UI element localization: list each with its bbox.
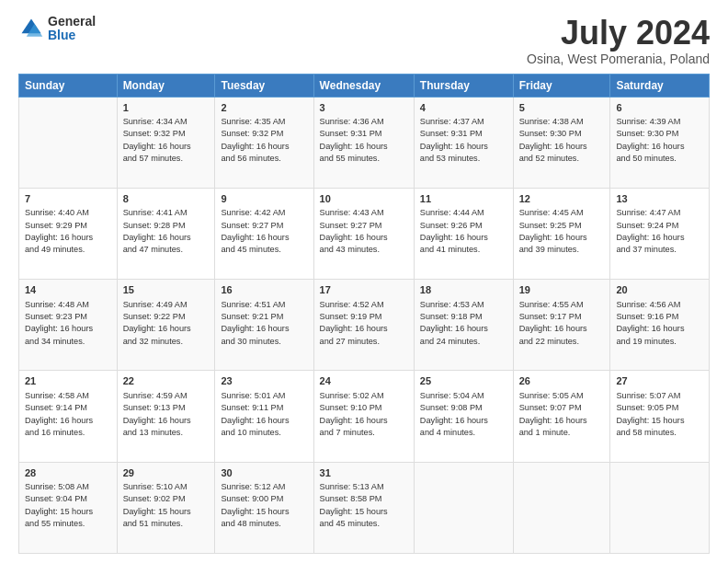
day-info: Sunrise: 4:56 AM Sunset: 9:16 PM Dayligh…	[616, 299, 703, 348]
table-row: 22Sunrise: 4:59 AM Sunset: 9:13 PM Dayli…	[117, 371, 215, 462]
table-row: 11Sunrise: 4:44 AM Sunset: 9:26 PM Dayli…	[414, 188, 513, 279]
table-row: 19Sunrise: 4:55 AM Sunset: 9:17 PM Dayli…	[513, 280, 610, 371]
day-info: Sunrise: 4:34 AM Sunset: 9:32 PM Dayligh…	[123, 116, 210, 165]
day-number: 9	[221, 192, 307, 206]
main-title: July 2024	[527, 15, 710, 52]
day-number: 20	[616, 283, 703, 297]
col-wednesday: Wednesday	[313, 74, 414, 97]
calendar-week-row: 14Sunrise: 4:48 AM Sunset: 9:23 PM Dayli…	[19, 280, 710, 371]
table-row: 12Sunrise: 4:45 AM Sunset: 9:25 PM Dayli…	[513, 188, 610, 279]
table-row: 26Sunrise: 5:05 AM Sunset: 9:07 PM Dayli…	[513, 371, 610, 462]
day-number: 7	[25, 192, 111, 206]
table-row: 29Sunrise: 5:10 AM Sunset: 9:02 PM Dayli…	[117, 462, 215, 553]
title-block: July 2024 Osina, West Pomerania, Poland	[527, 15, 710, 66]
day-info: Sunrise: 5:05 AM Sunset: 9:07 PM Dayligh…	[519, 390, 605, 439]
day-number: 28	[25, 466, 111, 480]
logo-blue: Blue	[48, 29, 96, 42]
day-number: 11	[420, 192, 507, 206]
col-tuesday: Tuesday	[215, 74, 313, 97]
day-number: 22	[123, 374, 210, 388]
day-info: Sunrise: 4:58 AM Sunset: 9:14 PM Dayligh…	[25, 390, 111, 439]
day-number: 24	[320, 374, 408, 388]
col-thursday: Thursday	[414, 74, 513, 97]
day-number: 3	[320, 101, 408, 115]
col-monday: Monday	[117, 74, 215, 97]
day-number: 18	[420, 283, 507, 297]
day-info: Sunrise: 4:48 AM Sunset: 9:23 PM Dayligh…	[25, 299, 111, 348]
calendar-week-row: 7Sunrise: 4:40 AM Sunset: 9:29 PM Daylig…	[19, 188, 710, 279]
day-number: 31	[320, 466, 408, 480]
day-number: 17	[320, 283, 408, 297]
day-number: 2	[221, 101, 307, 115]
table-row: 30Sunrise: 5:12 AM Sunset: 9:00 PM Dayli…	[215, 462, 313, 553]
day-number: 19	[519, 283, 605, 297]
day-number: 27	[616, 374, 703, 388]
day-info: Sunrise: 5:12 AM Sunset: 9:00 PM Dayligh…	[221, 481, 307, 530]
day-info: Sunrise: 5:10 AM Sunset: 9:02 PM Dayligh…	[123, 481, 210, 530]
day-number: 5	[519, 101, 605, 115]
day-info: Sunrise: 4:43 AM Sunset: 9:27 PM Dayligh…	[320, 207, 408, 256]
logo-icon	[18, 16, 44, 41]
table-row: 31Sunrise: 5:13 AM Sunset: 8:58 PM Dayli…	[313, 462, 414, 553]
day-info: Sunrise: 4:44 AM Sunset: 9:26 PM Dayligh…	[420, 207, 507, 256]
day-info: Sunrise: 4:37 AM Sunset: 9:31 PM Dayligh…	[420, 116, 507, 165]
day-info: Sunrise: 4:40 AM Sunset: 9:29 PM Dayligh…	[25, 207, 111, 256]
day-number: 15	[123, 283, 210, 297]
table-row: 1Sunrise: 4:34 AM Sunset: 9:32 PM Daylig…	[117, 97, 215, 188]
table-row	[513, 462, 610, 553]
day-number: 16	[221, 283, 307, 297]
table-row: 21Sunrise: 4:58 AM Sunset: 9:14 PM Dayli…	[19, 371, 118, 462]
col-saturday: Saturday	[610, 74, 710, 97]
table-row	[19, 97, 118, 188]
day-number: 12	[519, 192, 605, 206]
table-row: 18Sunrise: 4:53 AM Sunset: 9:18 PM Dayli…	[414, 280, 513, 371]
day-info: Sunrise: 4:39 AM Sunset: 9:30 PM Dayligh…	[616, 116, 703, 165]
day-info: Sunrise: 4:55 AM Sunset: 9:17 PM Dayligh…	[519, 299, 605, 348]
table-row: 17Sunrise: 4:52 AM Sunset: 9:19 PM Dayli…	[313, 280, 414, 371]
day-info: Sunrise: 4:52 AM Sunset: 9:19 PM Dayligh…	[320, 299, 408, 348]
logo: General Blue	[18, 15, 96, 43]
day-info: Sunrise: 4:49 AM Sunset: 9:22 PM Dayligh…	[123, 299, 210, 348]
day-number: 30	[221, 466, 307, 480]
day-info: Sunrise: 4:41 AM Sunset: 9:28 PM Dayligh…	[123, 207, 210, 256]
logo-general: General	[48, 15, 96, 29]
table-row: 8Sunrise: 4:41 AM Sunset: 9:28 PM Daylig…	[117, 188, 215, 279]
table-row: 25Sunrise: 5:04 AM Sunset: 9:08 PM Dayli…	[414, 371, 513, 462]
day-info: Sunrise: 5:01 AM Sunset: 9:11 PM Dayligh…	[221, 390, 307, 439]
day-info: Sunrise: 4:35 AM Sunset: 9:32 PM Dayligh…	[221, 116, 307, 165]
table-row: 24Sunrise: 5:02 AM Sunset: 9:10 PM Dayli…	[313, 371, 414, 462]
day-info: Sunrise: 5:08 AM Sunset: 9:04 PM Dayligh…	[25, 481, 111, 530]
table-row: 23Sunrise: 5:01 AM Sunset: 9:11 PM Dayli…	[215, 371, 313, 462]
table-row	[610, 462, 710, 553]
table-row	[414, 462, 513, 553]
table-row: 9Sunrise: 4:42 AM Sunset: 9:27 PM Daylig…	[215, 188, 313, 279]
day-info: Sunrise: 4:51 AM Sunset: 9:21 PM Dayligh…	[221, 299, 307, 348]
day-info: Sunrise: 5:04 AM Sunset: 9:08 PM Dayligh…	[420, 390, 507, 439]
day-info: Sunrise: 4:53 AM Sunset: 9:18 PM Dayligh…	[420, 299, 507, 348]
table-row: 4Sunrise: 4:37 AM Sunset: 9:31 PM Daylig…	[414, 97, 513, 188]
table-row: 14Sunrise: 4:48 AM Sunset: 9:23 PM Dayli…	[19, 280, 118, 371]
table-row: 15Sunrise: 4:49 AM Sunset: 9:22 PM Dayli…	[117, 280, 215, 371]
day-number: 26	[519, 374, 605, 388]
day-info: Sunrise: 4:42 AM Sunset: 9:27 PM Dayligh…	[221, 207, 307, 256]
day-number: 10	[320, 192, 408, 206]
subtitle: Osina, West Pomerania, Poland	[527, 52, 710, 66]
table-row: 20Sunrise: 4:56 AM Sunset: 9:16 PM Dayli…	[610, 280, 710, 371]
table-row: 13Sunrise: 4:47 AM Sunset: 9:24 PM Dayli…	[610, 188, 710, 279]
table-row: 16Sunrise: 4:51 AM Sunset: 9:21 PM Dayli…	[215, 280, 313, 371]
calendar-header-row: Sunday Monday Tuesday Wednesday Thursday…	[19, 74, 710, 97]
day-info: Sunrise: 5:07 AM Sunset: 9:05 PM Dayligh…	[616, 390, 703, 439]
day-number: 6	[616, 101, 703, 115]
page-header: General Blue July 2024 Osina, West Pomer…	[18, 15, 710, 66]
table-row: 3Sunrise: 4:36 AM Sunset: 9:31 PM Daylig…	[313, 97, 414, 188]
logo-text: General Blue	[48, 15, 96, 43]
day-number: 25	[420, 374, 507, 388]
day-number: 29	[123, 466, 210, 480]
calendar-week-row: 28Sunrise: 5:08 AM Sunset: 9:04 PM Dayli…	[19, 462, 710, 553]
day-info: Sunrise: 4:59 AM Sunset: 9:13 PM Dayligh…	[123, 390, 210, 439]
calendar-week-row: 1Sunrise: 4:34 AM Sunset: 9:32 PM Daylig…	[19, 97, 710, 188]
table-row: 7Sunrise: 4:40 AM Sunset: 9:29 PM Daylig…	[19, 188, 118, 279]
day-number: 1	[123, 101, 210, 115]
col-sunday: Sunday	[19, 74, 118, 97]
day-number: 4	[420, 101, 507, 115]
